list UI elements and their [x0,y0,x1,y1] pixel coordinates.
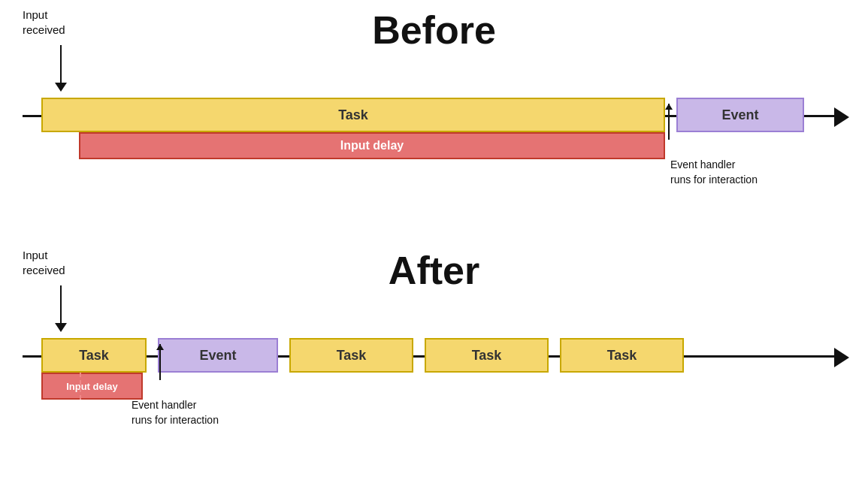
before-section: Before Inputreceived Task Event Input de… [0,0,868,233]
after-event-handler-label: Event handlerruns for interaction [132,398,219,427]
after-input-received-arrow [55,285,67,332]
after-section: After Inputreceived Task Event Task Task… [0,240,868,486]
after-task-bar-1: Task [41,338,147,373]
after-task-bar-2: Task [289,338,413,373]
after-arrow-head [55,323,67,332]
after-task-bar-3: Task [425,338,549,373]
svg-marker-1 [665,104,673,110]
before-title: Before [0,8,868,53]
before-input-delay-bar: Input delay [79,132,665,159]
svg-marker-3 [156,344,164,350]
after-input-received-label: Inputreceived [23,248,65,277]
before-event-handler-arrow-container [663,104,675,150]
after-event-bar: Event [158,338,278,373]
before-task-bar: Task [41,98,665,132]
before-input-received-arrow [55,45,67,92]
after-timeline-arrow [834,348,849,367]
before-timeline-arrow [834,107,849,127]
after-arrow-line [60,285,62,323]
before-event-bar: Event [676,98,804,132]
before-input-received-label: Inputreceived [23,8,65,37]
before-event-handler-label: Event handlerruns for interaction [670,158,758,187]
after-input-delay-bar: Input delay [41,373,143,400]
after-task-bar-4: Task [560,338,684,373]
before-event-handler-arrow-svg [663,104,675,147]
after-title: After [0,248,868,293]
after-event-handler-arrow-svg [154,344,166,388]
after-dotted-line [80,373,81,400]
after-event-handler-arrow-container [154,344,166,391]
